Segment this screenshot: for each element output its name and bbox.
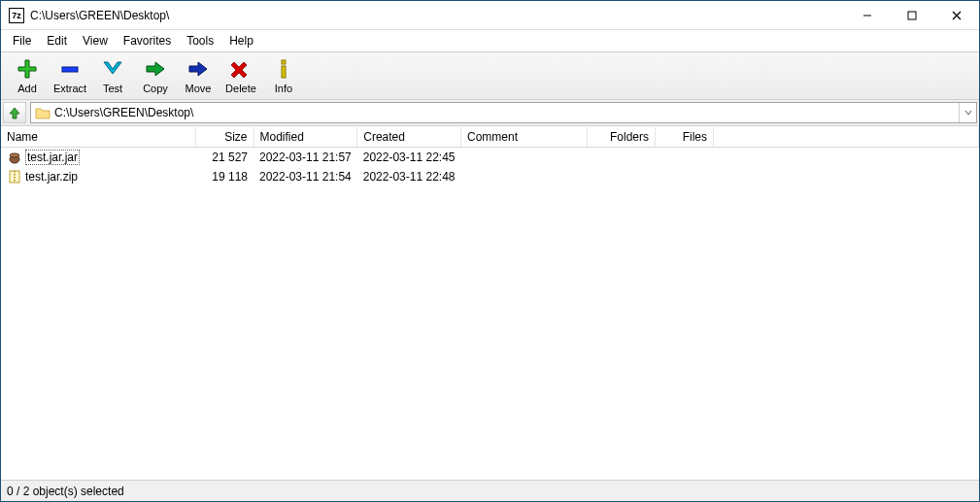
cell-size: 19 118 bbox=[195, 167, 253, 186]
column-header-row: NameSizeModifiedCreatedCommentFoldersFil… bbox=[1, 127, 979, 148]
menu-edit[interactable]: Edit bbox=[39, 32, 75, 50]
svg-point-8 bbox=[10, 153, 19, 157]
cell-modified: 2022-03-11 21:54 bbox=[253, 167, 357, 186]
column-header-filler bbox=[714, 127, 979, 148]
menubar: FileEditViewFavoritesToolsHelp bbox=[1, 30, 979, 51]
window-title: C:\Users\GREEN\Desktop\ bbox=[30, 9, 169, 22]
file-name: test.jar.zip bbox=[25, 170, 78, 184]
move-icon bbox=[186, 57, 210, 81]
jar-file-icon bbox=[7, 150, 22, 165]
delete-icon bbox=[229, 57, 253, 81]
copy-icon bbox=[144, 57, 167, 81]
pathbar: C:\Users\GREEN\Desktop\ bbox=[1, 100, 979, 126]
cell-comment bbox=[461, 148, 588, 168]
extract-label: Extract bbox=[53, 83, 86, 94]
cell-comment bbox=[461, 167, 588, 186]
cell-created: 2022-03-11 22:45 bbox=[357, 148, 461, 168]
table-row[interactable]: test.jar.zip19 1182022-03-11 21:542022-0… bbox=[1, 167, 979, 186]
menu-favorites[interactable]: Favorites bbox=[116, 32, 179, 50]
menu-file[interactable]: File bbox=[5, 32, 39, 50]
move-label: Move bbox=[186, 83, 212, 94]
statusbar: 0 / 2 object(s) selected bbox=[1, 480, 979, 501]
svg-rect-5 bbox=[282, 60, 286, 64]
maximize-button[interactable] bbox=[890, 1, 934, 30]
add-label: Add bbox=[17, 83, 37, 94]
cell-size: 21 527 bbox=[195, 148, 253, 168]
extract-button[interactable]: Extract bbox=[50, 54, 90, 97]
app-icon: 7z bbox=[9, 8, 24, 23]
column-header-files[interactable]: Files bbox=[656, 127, 714, 148]
cell-files bbox=[656, 167, 714, 186]
info-label: Info bbox=[275, 83, 292, 94]
column-header-size[interactable]: Size bbox=[195, 127, 253, 148]
svg-rect-6 bbox=[282, 66, 286, 78]
folder-icon bbox=[35, 105, 51, 120]
status-text: 0 / 2 object(s) selected bbox=[7, 485, 124, 498]
table-row[interactable]: test.jar.jar21 5272022-03-11 21:572022-0… bbox=[1, 148, 979, 168]
extract-icon bbox=[58, 57, 82, 81]
column-header-comment[interactable]: Comment bbox=[461, 127, 588, 148]
chevron-down-icon bbox=[964, 109, 972, 117]
path-dropdown-button[interactable] bbox=[959, 103, 976, 122]
menu-help[interactable]: Help bbox=[221, 32, 261, 50]
add-icon bbox=[16, 57, 39, 81]
info-button[interactable]: Info bbox=[263, 54, 304, 97]
delete-label: Delete bbox=[225, 83, 256, 94]
cell-folders bbox=[588, 148, 656, 168]
file-name: test.jar.jar bbox=[25, 150, 80, 165]
copy-label: Copy bbox=[143, 83, 168, 94]
add-button[interactable]: Add bbox=[7, 54, 48, 97]
test-button[interactable]: Test bbox=[92, 54, 133, 97]
up-arrow-icon bbox=[8, 106, 21, 119]
cell-folders bbox=[588, 167, 656, 186]
test-icon bbox=[101, 57, 124, 81]
column-header-created[interactable]: Created bbox=[357, 127, 461, 148]
file-list[interactable]: NameSizeModifiedCreatedCommentFoldersFil… bbox=[1, 126, 979, 480]
up-button[interactable] bbox=[3, 102, 26, 123]
zip-file-icon bbox=[7, 169, 22, 184]
path-text: C:\Users\GREEN\Desktop\ bbox=[54, 105, 959, 120]
cell-created: 2022-03-11 22:48 bbox=[357, 167, 461, 186]
column-header-folders[interactable]: Folders bbox=[588, 127, 656, 148]
info-icon bbox=[272, 57, 295, 81]
test-label: Test bbox=[103, 83, 122, 94]
minimize-button[interactable] bbox=[845, 1, 890, 30]
svg-rect-1 bbox=[908, 12, 916, 19]
cell-modified: 2022-03-11 21:57 bbox=[253, 148, 357, 168]
delete-button[interactable]: Delete bbox=[220, 54, 261, 97]
column-header-name[interactable]: Name bbox=[1, 127, 195, 148]
cell-files bbox=[656, 148, 714, 168]
close-button[interactable] bbox=[934, 1, 979, 30]
move-button[interactable]: Move bbox=[178, 54, 219, 97]
path-field[interactable]: C:\Users\GREEN\Desktop\ bbox=[30, 102, 977, 123]
svg-rect-4 bbox=[62, 67, 78, 72]
titlebar: 7z C:\Users\GREEN\Desktop\ bbox=[1, 1, 979, 30]
menu-view[interactable]: View bbox=[75, 32, 116, 50]
column-header-modified[interactable]: Modified bbox=[253, 127, 357, 148]
copy-button[interactable]: Copy bbox=[135, 54, 176, 97]
toolbar: AddExtractTestCopyMoveDeleteInfo bbox=[1, 51, 979, 100]
menu-tools[interactable]: Tools bbox=[179, 32, 221, 50]
